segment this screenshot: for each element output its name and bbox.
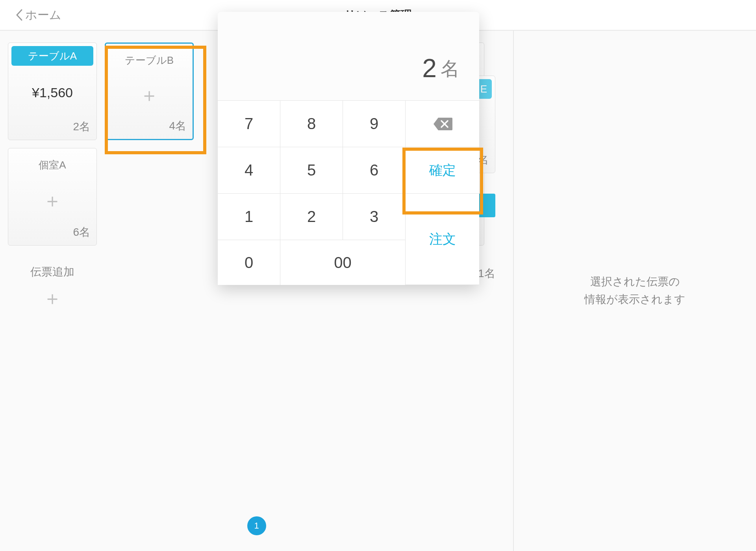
numpad-display: 2 名 [218,12,479,100]
chevron-left-icon [16,9,23,21]
key-2[interactable]: 2 [280,194,343,240]
numpad-value: 2 [422,53,437,83]
key-8[interactable]: 8 [280,101,343,147]
card-header: テーブルB [106,48,193,72]
add-slip-label: 伝票追加 [30,264,74,279]
key-order[interactable]: 注文 [406,194,479,285]
pagination: 1 [247,516,266,535]
key-6[interactable]: 6 [343,147,406,194]
card-guest-count: 2名 [8,119,96,140]
key-00[interactable]: 00 [280,240,406,285]
table-card-b[interactable]: テーブルB ＋ 4名 [105,43,194,140]
back-label: ホーム [25,7,61,23]
key-9[interactable]: 9 [343,101,406,147]
backspace-icon [432,116,453,132]
key-0[interactable]: 0 [218,240,280,285]
card-guest-count: 1名 [478,266,495,281]
plus-icon: ＋ [43,286,62,311]
card-guest-count: 4名 [106,118,193,139]
key-7[interactable]: 7 [218,101,280,147]
detail-placeholder-line1: 選択された伝票の [590,273,680,291]
key-5[interactable]: 5 [280,147,343,194]
detail-panel: 選択された伝票の 情報が表示されます [513,31,756,551]
page-indicator-1[interactable]: 1 [247,516,266,535]
card-header: テーブルA [11,46,93,66]
key-3[interactable]: 3 [343,194,406,240]
card-guest-count: 6名 [8,225,96,245]
key-4[interactable]: 4 [218,147,280,194]
card-price: ¥1,560 [32,85,73,100]
key-backspace[interactable] [406,101,479,147]
guest-count-numpad: 2 名 7 8 9 4 5 6 確定 1 2 3 注文 0 00 [218,12,479,285]
card-fragment [476,194,495,217]
back-button[interactable]: ホーム [0,7,61,23]
table-card-a[interactable]: テーブルA ¥1,560 2名 [8,43,97,140]
plus-icon: ＋ [140,86,159,105]
key-confirm[interactable]: 確定 [406,147,479,194]
card-header: 個室A [8,153,96,177]
plus-icon: ＋ [43,191,62,210]
detail-placeholder-line2: 情報が表示されます [584,291,686,309]
room-card-a[interactable]: 個室A ＋ 6名 [8,148,97,246]
key-1[interactable]: 1 [218,194,280,240]
add-slip-button[interactable]: 伝票追加 ＋ [8,253,97,311]
numpad-unit: 名 [441,56,460,81]
